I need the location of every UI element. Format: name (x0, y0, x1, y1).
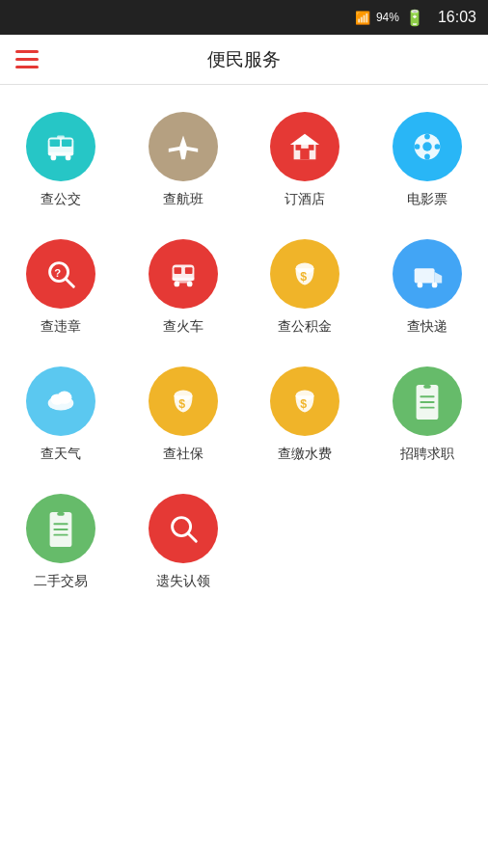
svg-rect-24 (172, 278, 194, 281)
clock: 16:03 (438, 9, 476, 26)
svg-rect-10 (296, 145, 302, 150)
svg-line-19 (66, 279, 74, 287)
grid-item-secondhand[interactable]: 二手交易 (0, 476, 122, 604)
water-label: 查缴水费 (278, 446, 332, 463)
express-icon (393, 239, 462, 309)
grid-item-bus[interactable]: 查公交 (0, 95, 122, 222)
svg-rect-9 (301, 149, 311, 159)
train-icon (149, 239, 218, 309)
bus-icon (26, 112, 95, 181)
grid-item-express[interactable]: 查快递 (366, 222, 489, 349)
svg-text:$: $ (301, 397, 308, 411)
svg-point-17 (434, 144, 440, 149)
grid-item-water[interactable]: $查缴水费 (244, 349, 366, 476)
hotel-icon (270, 112, 339, 181)
violation-icon: ? (26, 239, 95, 309)
svg-marker-8 (290, 134, 319, 145)
svg-line-51 (188, 533, 197, 542)
svg-rect-6 (57, 136, 65, 139)
social-label: 查社保 (163, 446, 203, 463)
svg-rect-1 (50, 139, 60, 147)
fund-label: 查公积金 (278, 318, 332, 336)
svg-point-15 (424, 154, 430, 160)
svg-text:?: ? (55, 267, 62, 279)
grid-item-violation[interactable]: ?查违章 (0, 222, 122, 349)
movie-label: 电影票 (407, 191, 447, 208)
train-label: 查火车 (163, 318, 203, 336)
lost-label: 遗失认领 (156, 573, 210, 590)
svg-rect-2 (62, 139, 71, 147)
grid-item-lost[interactable]: 遗失认领 (122, 476, 245, 604)
weather-icon (26, 366, 95, 436)
page-title: 便民服务 (207, 47, 281, 72)
svg-rect-22 (174, 267, 181, 274)
violation-label: 查违章 (41, 318, 81, 336)
svg-point-35 (57, 392, 71, 404)
svg-rect-3 (48, 152, 74, 156)
svg-rect-27 (176, 282, 190, 284)
grid-item-train[interactable]: 查火车 (122, 222, 245, 349)
svg-rect-41 (423, 385, 431, 389)
wifi-icon: 📶 (355, 11, 370, 25)
flight-icon (149, 112, 218, 181)
svg-rect-44 (420, 407, 434, 409)
grid-item-fund[interactable]: $查公积金 (244, 222, 366, 349)
svg-point-32 (432, 283, 438, 288)
bus-label: 查公交 (41, 191, 81, 208)
svg-point-5 (66, 155, 71, 161)
toolbar: 便民服务 (0, 35, 488, 85)
grid-item-hotel[interactable]: 订酒店 (244, 95, 366, 222)
grid-item-movie[interactable]: 电影票 (366, 95, 489, 222)
svg-rect-23 (185, 267, 193, 274)
flight-label: 查航班 (163, 191, 203, 208)
express-label: 查快递 (407, 318, 447, 336)
fund-icon: $ (270, 239, 339, 309)
svg-text:$: $ (301, 270, 308, 284)
svg-rect-42 (420, 395, 434, 397)
hotel-label: 订酒店 (285, 191, 325, 208)
svg-rect-11 (309, 145, 314, 150)
service-grid: 查公交查航班订酒店电影票?查违章查火车$查公积金查快递查天气$查社保$查缴水费招… (0, 85, 488, 613)
svg-point-31 (417, 283, 422, 288)
battery-level: 94% (376, 11, 399, 24)
job-label: 招聘求职 (400, 446, 454, 463)
svg-rect-46 (57, 512, 65, 516)
svg-rect-47 (54, 523, 68, 525)
grid-item-social[interactable]: $查社保 (122, 349, 245, 476)
job-icon (393, 366, 462, 436)
status-bar: 📶 94% 🔋 16:03 (0, 0, 488, 35)
secondhand-label: 二手交易 (34, 573, 88, 590)
svg-point-16 (414, 144, 420, 149)
lost-icon (149, 494, 218, 563)
svg-point-13 (422, 142, 432, 151)
social-icon: $ (149, 366, 218, 436)
grid-item-job[interactable]: 招聘求职 (366, 349, 489, 476)
svg-point-4 (51, 155, 57, 161)
grid-item-weather[interactable]: 查天气 (0, 349, 122, 476)
svg-rect-48 (54, 529, 68, 530)
water-icon: $ (270, 366, 339, 436)
svg-rect-30 (414, 268, 434, 283)
svg-point-14 (424, 134, 430, 140)
svg-rect-43 (420, 401, 434, 403)
svg-text:$: $ (178, 397, 185, 411)
movie-icon (393, 112, 462, 181)
grid-item-flight[interactable]: 查航班 (122, 95, 245, 222)
menu-button[interactable] (15, 50, 39, 68)
svg-rect-49 (54, 534, 68, 536)
weather-label: 查天气 (41, 446, 81, 463)
battery-icon: 🔋 (405, 9, 424, 27)
secondhand-icon (26, 494, 95, 563)
